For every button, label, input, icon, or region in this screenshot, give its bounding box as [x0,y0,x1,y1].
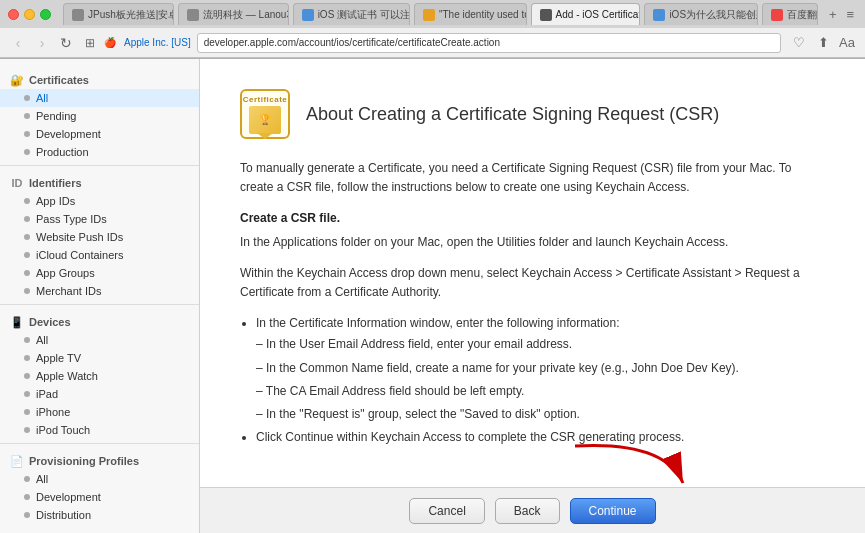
close-button[interactable] [8,9,19,20]
share-icon[interactable]: ⬆ [813,33,833,53]
back-button[interactable]: Back [495,498,560,524]
sidebar-item-ipod-touch[interactable]: iPod Touch [0,421,199,439]
bottom-bar: Cancel Back Continue [200,487,865,533]
intro-paragraph: To manually generate a Certificate, you … [240,159,825,197]
new-tab-button[interactable]: + [826,4,840,24]
sidebar-item-prov-development[interactable]: Development [0,488,199,506]
nav-bar: ‹ › ↻ ⊞ 🍎 Apple Inc. [US] ♡ ⬆ Aa [0,28,865,58]
divider-1 [0,165,199,166]
devices-icon: 📱 [10,315,24,329]
tab-2[interactable]: 流明科技 — Lanou3G.Co... [178,3,289,25]
sidebar-item-certs-pending[interactable]: Pending [0,107,199,125]
apple-logo: 🍎 [104,37,116,48]
sidebar-item-certs-production[interactable]: Production [0,143,199,161]
sub-bullet-4: In the "Request is" group, select the "S… [256,405,825,424]
sidebar-item-devices-all[interactable]: All [0,331,199,349]
section1-heading: Create a CSR file. [240,209,825,228]
divider-3 [0,443,199,444]
tab-favicon-5 [540,9,552,21]
minimize-button[interactable] [24,9,35,20]
sidebar-item-icloud-containers[interactable]: iCloud Containers [0,246,199,264]
content-scroll: Certificate 🏆 About Creating a Certifica… [200,59,865,487]
certificates-icon: 🔐 [10,73,24,87]
back-button[interactable]: ‹ [8,33,28,53]
sub-bullet-3: The CA Email Address field should be lef… [256,382,825,401]
sidebar-item-prov-distribution[interactable]: Distribution [0,506,199,524]
tab-4[interactable]: "The identity used to sign-... [414,3,527,25]
tab-favicon-7 [771,9,783,21]
devices-section-header: 📱 Devices [0,309,199,331]
sidebar-item-app-groups[interactable]: App Groups [0,264,199,282]
dot-icon [24,198,30,204]
tab-6[interactable]: iOS为什么我只能创建一个... [644,3,758,25]
sidebar-item-certs-development[interactable]: Development [0,125,199,143]
provisioning-section-header: 📄 Provisioning Profiles [0,448,199,470]
sidebar-item-apple-watch[interactable]: Apple Watch [0,367,199,385]
dot-icon [24,252,30,258]
sidebar-item-website-push-ids[interactable]: Website Push IDs [0,228,199,246]
dot-icon [24,216,30,222]
sidebar-item-prov-all[interactable]: All [0,470,199,488]
dot-icon [24,373,30,379]
reload-button[interactable]: ↻ [56,33,76,53]
tab-favicon-2 [187,9,199,21]
sidebar-item-pass-type-ids[interactable]: Pass Type IDs [0,210,199,228]
sidebar-item-ipad[interactable]: iPad [0,385,199,403]
sub-bullet-list: In the User Email Address field, enter y… [256,335,825,424]
tab-1[interactable]: JPush板光推送|安卓推送|... [63,3,174,25]
sidebar-item-app-ids[interactable]: App IDs [0,192,199,210]
bullet-item-1: In the Certificate Information window, e… [256,314,825,424]
reader-icon[interactable]: Aa [837,33,857,53]
sidebar-item-certs-all[interactable]: All [0,89,199,107]
cancel-button[interactable]: Cancel [409,498,484,524]
dot-icon [24,494,30,500]
identifiers-icon: ID [10,176,24,190]
cert-header: Certificate 🏆 About Creating a Certifica… [240,89,825,139]
dot-icon [24,149,30,155]
dot-icon [24,95,30,101]
dot-icon [24,409,30,415]
tab-5[interactable]: Add - iOS Certificates - A... [531,3,641,25]
sub-bullet-1: In the User Email Address field, enter y… [256,335,825,354]
sidebar-item-apple-tv[interactable]: Apple TV [0,349,199,367]
tab-3[interactable]: iOS 测试证书 可以注册几个... [293,3,410,25]
dot-icon [24,476,30,482]
section2-text: Within the Keychain Access drop down men… [240,264,825,302]
content-area: Certificate 🏆 About Creating a Certifica… [200,59,865,533]
dot-icon [24,512,30,518]
dot-icon [24,391,30,397]
tab-7[interactable]: 百度翻译 [762,3,818,25]
continue-button[interactable]: Continue [570,498,656,524]
cert-icon: Certificate 🏆 [240,89,290,139]
sidebar-item-merchant-ids[interactable]: Merchant IDs [0,282,199,300]
bookmark-icon[interactable]: ♡ [789,33,809,53]
tab-favicon-3 [302,9,314,21]
dot-icon [24,355,30,361]
page-title: About Creating a Certificate Signing Req… [306,104,719,125]
bullet-item-2: Click Continue within Keychain Access to… [256,428,825,447]
sidebar: 🔐 Certificates All Pending Development P… [0,59,200,533]
tab-bar: JPush板光推送|安卓推送|... 流明科技 — Lanou3G.Co... … [0,0,865,28]
sub-bullet-2: In the Common Name field, create a name … [256,359,825,378]
section1-text: In the Applications folder on your Mac, … [240,233,825,252]
maximize-button[interactable] [40,9,51,20]
grid-button[interactable]: ⊞ [80,33,100,53]
traffic-lights [8,9,51,20]
forward-button[interactable]: › [32,33,52,53]
content-body: To manually generate a Certificate, you … [240,159,825,447]
tab-favicon-4 [423,9,435,21]
main-container: 🔐 Certificates All Pending Development P… [0,59,865,533]
provisioning-icon: 📄 [10,454,24,468]
dot-icon [24,270,30,276]
tab-favicon-6 [653,9,665,21]
sidebar-item-iphone[interactable]: iPhone [0,403,199,421]
url-bar[interactable] [197,33,781,53]
tab-favicon-1 [72,9,84,21]
apple-inc-label: Apple Inc. [US] [124,37,191,48]
identifiers-section-header: ID Identifiers [0,170,199,192]
nav-icons: ♡ ⬆ Aa [789,33,857,53]
tab-list-button[interactable]: ≡ [843,4,857,24]
dot-icon [24,427,30,433]
dot-icon [24,113,30,119]
bullet-list: In the Certificate Information window, e… [256,314,825,447]
